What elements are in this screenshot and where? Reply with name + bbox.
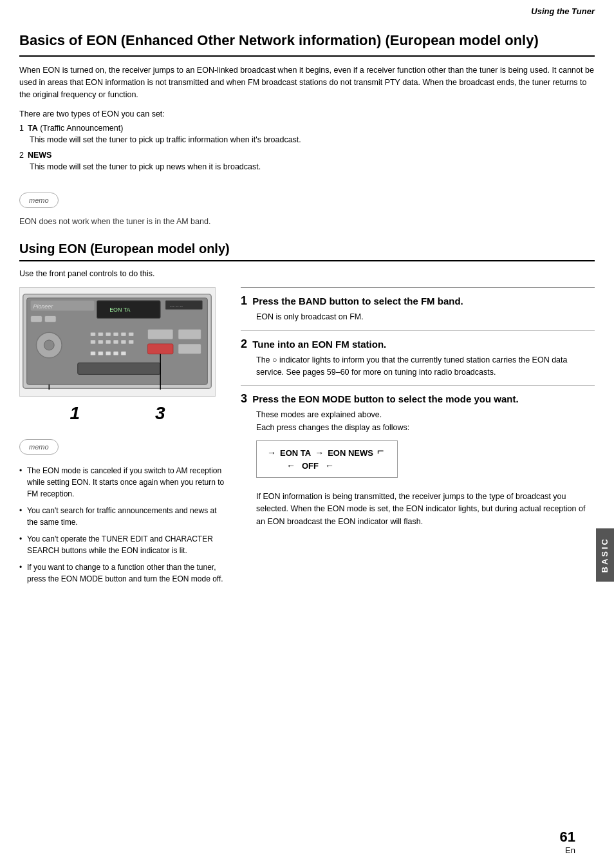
step3-desc2: Each press changes the display as follow… xyxy=(256,422,595,434)
step3-title: 3 Press the EON MODE button to select th… xyxy=(241,392,595,406)
svg-rect-9 xyxy=(44,316,56,323)
svg-rect-21 xyxy=(113,340,118,344)
step2-desc: The ○ indicator lights to inform you tha… xyxy=(256,354,595,379)
svg-rect-30 xyxy=(178,329,201,339)
svg-rect-32 xyxy=(178,344,201,354)
section2-divider xyxy=(19,260,595,261)
flow-arrow-right-down: ⌐ xyxy=(377,444,384,458)
bullet-item-1: The EON mode is canceled if you switch t… xyxy=(19,465,225,500)
device-image: Pioneer EON TA --- -- -- xyxy=(19,287,216,397)
svg-rect-23 xyxy=(129,340,134,344)
step-1: 1 Press the BAND button to select the FM… xyxy=(241,287,595,330)
memo-box-1: memo xyxy=(19,193,59,208)
page-number: 61 xyxy=(560,829,575,845)
svg-rect-15 xyxy=(113,332,118,336)
svg-rect-16 xyxy=(121,332,126,336)
eon-flow-top-row: → EON TA → EON NEWS ⌐ xyxy=(267,448,387,458)
svg-text:EON TA: EON TA xyxy=(109,307,130,313)
step2-title: 2 Tune into an EON FM station. xyxy=(241,337,595,351)
flow-off: OFF xyxy=(302,461,319,471)
step3-after-desc: If EON information is being transmitted,… xyxy=(256,491,595,528)
section1-divider xyxy=(19,55,595,57)
eon-flow-bottom-row: ← OFF ← xyxy=(286,460,387,471)
section2-title: Using EON (European model only) xyxy=(19,241,595,256)
svg-rect-19 xyxy=(98,340,103,344)
memo-text-1: EON does not work when the tuner is in t… xyxy=(19,217,595,226)
svg-text:Pioneer: Pioneer xyxy=(33,303,54,310)
flow-arrow-left: → xyxy=(267,448,276,458)
svg-rect-28 xyxy=(121,352,126,355)
svg-rect-12 xyxy=(91,332,96,336)
eon-type1-label: 1TA (Traffic Announcement) xyxy=(19,124,595,133)
flow-arrow-mid: → xyxy=(315,448,324,458)
flow-eon-ta: EON TA xyxy=(280,448,311,458)
memo-box-2: memo xyxy=(19,439,59,455)
eon-type2-desc: This mode will set the tuner to pick up … xyxy=(30,161,595,173)
page-footer: 61 En xyxy=(560,829,575,855)
right-col: 1 Press the BAND button to select the FM… xyxy=(241,287,595,590)
svg-rect-14 xyxy=(106,332,111,336)
eon-type-1: 1TA (Traffic Announcement) This mode wil… xyxy=(19,124,595,146)
flow-eon-news: EON NEWS xyxy=(328,448,373,458)
svg-rect-24 xyxy=(91,352,96,355)
eon-flow-diagram: → EON TA → EON NEWS ⌐ ← OFF ← xyxy=(256,440,398,478)
bullet-item-4: If you want to change to a function othe… xyxy=(19,561,225,585)
flow-arrow-back: ← xyxy=(286,460,295,471)
main-content: Basics of EON (Enhanced Other Network in… xyxy=(0,20,614,603)
memo-box-1-wrapper: memo xyxy=(19,185,595,213)
device-label-3: 3 xyxy=(155,403,165,424)
page-lang: En xyxy=(560,845,575,855)
memo-label-1: memo xyxy=(29,196,49,204)
bullet-item-3: You can't operate the TUNER EDIT and CHA… xyxy=(19,533,225,556)
eon-type-2: 2NEWS This mode will set the tuner to pi… xyxy=(19,151,595,173)
eon-type1-desc: This mode will set the tuner to pick up … xyxy=(30,134,595,146)
svg-rect-31 xyxy=(147,344,173,354)
device-label-1: 1 xyxy=(70,403,80,424)
header-bar: Using the Tuner xyxy=(0,0,614,20)
svg-rect-22 xyxy=(121,340,126,344)
types-intro: There are two types of EON you can set: xyxy=(19,109,595,118)
svg-rect-29 xyxy=(147,329,173,339)
device-svg: Pioneer EON TA --- -- -- xyxy=(20,288,215,396)
step-3: 3 Press the EON MODE button to select th… xyxy=(241,385,595,534)
basic-sidebar-tab: BASIC xyxy=(596,528,614,581)
svg-rect-25 xyxy=(98,352,103,355)
flow-arrow-back2: ← xyxy=(325,460,334,471)
memo-box-2-wrapper: memo xyxy=(19,431,225,460)
page-container: Using the Tuner Basics of EON (Enhanced … xyxy=(0,0,614,868)
svg-rect-26 xyxy=(106,352,111,355)
svg-rect-18 xyxy=(91,340,96,344)
left-col: Pioneer EON TA --- -- -- xyxy=(19,287,225,590)
svg-text:--- -- --: --- -- -- xyxy=(170,303,183,308)
step1-desc: EON is only broadcast on FM. xyxy=(256,311,595,323)
header-title: Using the Tuner xyxy=(531,6,595,16)
step-2: 2 Tune into an EON FM station. The ○ ind… xyxy=(241,330,595,386)
svg-rect-8 xyxy=(31,316,42,323)
bullet-item-2: You can't search for traffic announcemen… xyxy=(19,505,225,528)
memo-label-2: memo xyxy=(29,443,49,451)
svg-rect-33 xyxy=(78,363,160,375)
svg-point-11 xyxy=(44,340,54,350)
two-col-layout: Pioneer EON TA --- -- -- xyxy=(19,287,595,590)
section1-intro: When EON is turned on, the receiver jump… xyxy=(19,64,595,102)
svg-rect-27 xyxy=(113,352,118,355)
step1-title: 1 Press the BAND button to select the FM… xyxy=(241,294,595,308)
svg-rect-20 xyxy=(106,340,111,344)
bullet-list: The EON mode is canceled if you switch t… xyxy=(19,465,225,585)
step3-desc1: These modes are explained above. xyxy=(256,409,595,421)
eon-type2-label: 2NEWS xyxy=(19,151,595,160)
svg-rect-17 xyxy=(129,332,134,336)
section2-intro: Use the front panel controls to do this. xyxy=(19,269,595,278)
svg-rect-13 xyxy=(98,332,103,336)
section1-title: Basics of EON (Enhanced Other Network in… xyxy=(19,32,595,50)
device-labels: 1 3 xyxy=(19,403,216,424)
